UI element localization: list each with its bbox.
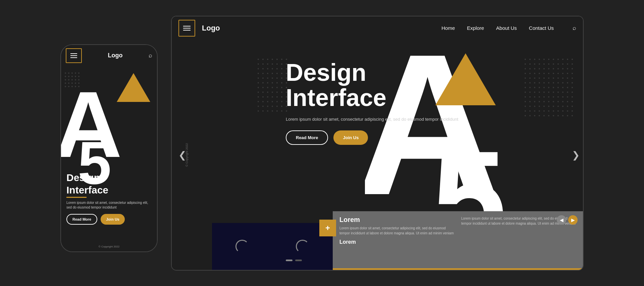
svg-point-60 (281, 77, 282, 79)
svg-point-29 (267, 59, 268, 60)
mobile-description: Lorem ipsum dolor sit amet, consectetur … (66, 201, 152, 210)
panel-nav-arrows: ◀ ▶ (557, 215, 578, 225)
mobile-content: Design Interface Lorem ipsum dolor sit a… (66, 172, 152, 225)
svg-point-84 (262, 96, 264, 98)
svg-point-95 (281, 101, 282, 102)
svg-point-77 (262, 92, 264, 93)
desktop-bottom-panel: + Lorem Lorem ipsum dolor sit amet, cons… (212, 211, 583, 270)
desktop-nav-links: Home Explore About Us Contact Us ⌕ (441, 24, 576, 32)
desktop-device: Logo Home Explore About Us Contact Us ⌕ (171, 16, 584, 271)
svg-point-64 (267, 82, 268, 83)
mobile-header: Logo ⌕ (61, 45, 157, 66)
svg-point-71 (267, 87, 268, 88)
spinner-1 (235, 240, 249, 253)
svg-point-31 (276, 59, 278, 60)
svg-point-72 (272, 87, 273, 88)
svg-point-38 (276, 63, 278, 65)
slider-dots (286, 260, 302, 261)
mobile-device: Logo ⌕ 5x5 (60, 44, 158, 252)
svg-point-104 (258, 110, 259, 112)
mobile-logo: Logo (108, 52, 123, 59)
svg-point-46 (281, 68, 282, 69)
slider-dot-2[interactable] (295, 260, 302, 261)
desktop-logo: Logo (202, 24, 220, 33)
nav-about[interactable]: About Us (496, 25, 517, 31)
svg-point-101 (276, 106, 278, 107)
svg-point-53 (281, 73, 282, 74)
svg-point-45 (276, 68, 278, 69)
panel-col-1: Lorem Lorem ipsum dolor sit amet, consec… (339, 216, 454, 265)
mobile-gold-underline (66, 197, 87, 198)
svg-point-30 (272, 59, 273, 60)
svg-point-32 (281, 59, 282, 60)
svg-point-37 (272, 63, 273, 65)
svg-point-86 (272, 96, 273, 98)
svg-point-67 (281, 82, 282, 83)
svg-point-65 (272, 82, 273, 83)
svg-point-85 (267, 96, 268, 98)
svg-point-70 (262, 87, 264, 88)
svg-point-106 (267, 110, 268, 112)
desktop-hero: A 5 Design Interface Lorem ipsum dolor s… (172, 40, 583, 270)
desktop-join-us-button[interactable]: Join Us (333, 130, 368, 145)
svg-point-42 (262, 68, 264, 69)
desktop-hero-description: Lorem ipsum dolor sit amet, consectetur … (286, 116, 458, 123)
svg-point-78 (267, 92, 268, 93)
svg-point-69 (258, 87, 259, 88)
svg-point-48 (258, 73, 259, 74)
svg-point-28 (262, 59, 264, 60)
bottom-right-panel: Lorem Lorem ipsum dolor sit amet, consec… (333, 211, 583, 270)
svg-point-66 (276, 82, 278, 83)
plus-button[interactable]: + (319, 220, 336, 236)
svg-point-92 (267, 101, 268, 102)
slider-dot-1[interactable] (286, 260, 292, 261)
svg-point-43 (267, 68, 268, 69)
mobile-hero: 5x5 A 5 (61, 66, 157, 251)
svg-point-83 (258, 96, 259, 98)
mobile-menu-button[interactable] (66, 48, 82, 63)
card-1 (212, 223, 272, 270)
svg-point-35 (262, 63, 264, 65)
desktop-hero-title-line2: Interface (286, 85, 458, 111)
svg-point-93 (272, 101, 273, 102)
desktop-search-icon[interactable]: ⌕ (573, 24, 576, 32)
svg-point-49 (262, 73, 264, 74)
svg-point-50 (267, 73, 268, 74)
nav-contact[interactable]: Contact Us (529, 25, 554, 31)
slider-next-arrow[interactable]: ❯ (572, 149, 580, 160)
svg-point-58 (272, 77, 273, 79)
svg-point-100 (272, 106, 273, 107)
svg-point-94 (276, 101, 278, 102)
panel-title-1: Lorem (339, 216, 454, 224)
svg-point-36 (267, 63, 268, 65)
mobile-buttons: Read More Join Us (66, 214, 152, 225)
nav-home[interactable]: Home (441, 25, 455, 31)
svg-point-73 (276, 87, 278, 88)
desktop-read-more-button[interactable]: Read More (286, 130, 328, 145)
svg-point-76 (258, 92, 259, 93)
mobile-title-line1: Design (66, 172, 152, 183)
gold-triangle-mobile (117, 73, 150, 102)
svg-point-97 (258, 106, 259, 107)
svg-point-88 (281, 96, 282, 98)
panel-prev-arrow[interactable]: ◀ (557, 215, 566, 225)
svg-point-27 (258, 59, 259, 60)
svg-point-80 (276, 92, 278, 93)
graph-brand-mobile: Graph (66, 133, 89, 139)
mobile-read-more-button[interactable]: Read More (66, 214, 97, 225)
mobile-join-us-button[interactable]: Join Us (101, 214, 125, 225)
desktop-hero-title: Design Interface (286, 60, 458, 111)
desktop-menu-button[interactable] (178, 20, 195, 37)
desktop-screen: Logo Home Explore About Us Contact Us ⌕ (172, 16, 583, 270)
desktop-hero-buttons: Read More Join Us (286, 130, 458, 145)
svg-point-102 (281, 106, 282, 107)
panel-next-arrow[interactable]: ▶ (568, 215, 578, 225)
mobile-search-icon[interactable]: ⌕ (149, 52, 152, 59)
gold-bar (333, 268, 583, 270)
svg-point-90 (258, 101, 259, 102)
svg-point-41 (258, 68, 259, 69)
svg-point-81 (281, 92, 282, 93)
nav-explore[interactable]: Explore (467, 25, 484, 31)
svg-point-107 (272, 110, 273, 112)
svg-point-62 (258, 82, 259, 83)
